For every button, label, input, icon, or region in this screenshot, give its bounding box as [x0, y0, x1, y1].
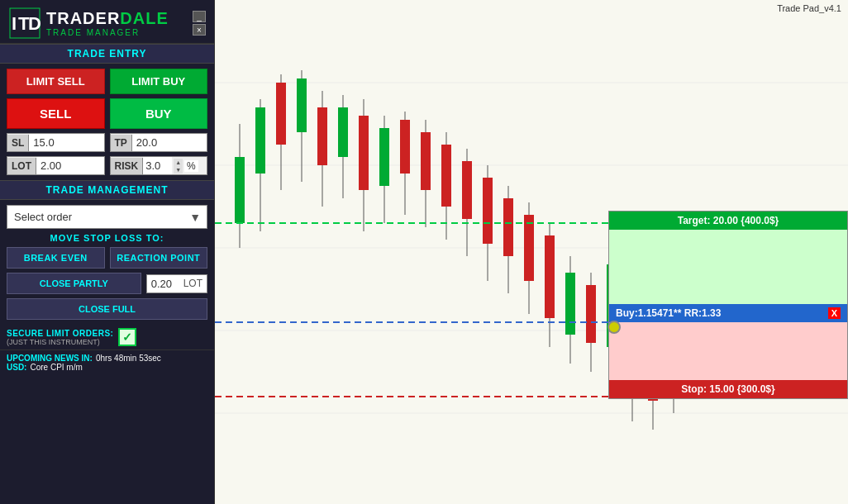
trade-box-entry: Buy:1.15471** RR:1.33 X: [609, 304, 847, 322]
secure-sublabel: (JUST THIS INSTRUMENT): [7, 338, 113, 346]
risk-up-button[interactable]: ▲: [174, 159, 183, 166]
news-time: 0hrs 48min 53sec: [96, 354, 161, 363]
news-description: Core CPI m/m: [30, 363, 82, 372]
logo-subtitle: TRADE MANAGER: [46, 28, 169, 37]
svg-rect-43: [565, 273, 575, 335]
select-order-dropdown[interactable]: Select order: [7, 205, 207, 229]
logo-name: TRADERDALE: [46, 9, 169, 28]
risk-down-button[interactable]: ▼: [174, 166, 183, 174]
svg-rect-37: [503, 198, 513, 256]
news-currency-row: USD: Core CPI m/m: [7, 363, 207, 372]
tp-input[interactable]: [132, 134, 207, 151]
lot-risk-row: LOT RISK ▲ ▼ %: [7, 156, 207, 175]
news-label: UPCOMING NEWS IN:: [7, 354, 93, 363]
news-section: UPCOMING NEWS IN: 0hrs 48min 53sec USD: …: [0, 349, 214, 375]
checkmark-icon: ✓: [122, 330, 132, 344]
sl-field: SL: [7, 133, 105, 152]
logo-area: I T D TRADERDALE TRADE MANAGER _ ×: [0, 0, 214, 44]
trade-box-loss-zone: [609, 322, 847, 380]
limit-buttons-row: LIMIT SELL LIMIT BUY: [7, 69, 207, 94]
svg-rect-31: [441, 145, 451, 207]
sell-button[interactable]: SELL: [7, 98, 105, 129]
close-partly-button[interactable]: CLOSE PARTLY: [7, 273, 141, 294]
trade-management-header: TRADE MANAGEMENT: [0, 180, 214, 200]
buy-button[interactable]: BUY: [110, 98, 208, 129]
lot-field: LOT: [7, 156, 105, 175]
trade-box-close-button[interactable]: X: [828, 307, 841, 319]
tp-field: TP: [110, 133, 208, 152]
svg-rect-39: [524, 215, 534, 281]
cursor-indicator: [607, 321, 621, 334]
news-currency: USD:: [7, 363, 26, 372]
trade-entry: LIMIT SELL LIMIT BUY SELL BUY SL TP L: [0, 64, 214, 180]
svg-text:D: D: [28, 13, 41, 34]
limit-sell-button[interactable]: LIMIT SELL: [7, 69, 105, 94]
trade-management: Select order ▼ MOVE STOP LOSS TO: BREAK …: [0, 200, 214, 325]
limit-buy-button[interactable]: LIMIT BUY: [110, 69, 208, 94]
svg-rect-29: [421, 132, 431, 190]
break-even-reaction-row: BREAK EVEN REACTION POINT: [7, 247, 207, 269]
close-button[interactable]: ×: [193, 24, 206, 36]
entry-label: Buy:1.15471** RR:1.33: [616, 307, 721, 319]
logo-content: I T D TRADERDALE TRADE MANAGER: [8, 7, 169, 40]
app-title: Trade Pad_v4.1: [777, 3, 841, 13]
svg-rect-25: [379, 128, 389, 186]
secure-checkbox[interactable]: ✓: [118, 328, 136, 346]
risk-unit: %: [184, 160, 198, 172]
sl-tp-row: SL TP: [7, 133, 207, 152]
secure-label: SECURE LIMIT ORDERS:: [7, 329, 113, 338]
left-panel: I T D TRADERDALE TRADE MANAGER _ × TRADE…: [0, 0, 215, 504]
secure-limit-orders-row: SECURE LIMIT ORDERS: (JUST THIS INSTRUME…: [0, 325, 214, 349]
sell-buy-row: SELL BUY: [7, 98, 207, 129]
trade-entry-header: TRADE ENTRY: [0, 44, 214, 64]
sl-label: SL: [7, 135, 29, 151]
select-order-wrapper: Select order ▼: [7, 205, 207, 229]
tp-label: TP: [111, 135, 132, 151]
svg-rect-27: [400, 120, 410, 174]
break-even-button[interactable]: BREAK EVEN: [7, 247, 105, 269]
risk-field: RISK ▲ ▼ %: [110, 156, 208, 175]
svg-rect-35: [483, 178, 493, 244]
logo-icon: I T D: [8, 7, 41, 40]
lot-label-text: LOT: [183, 278, 202, 289]
reaction-point-button[interactable]: REACTION POINT: [110, 247, 208, 269]
lot-label: LOT: [7, 158, 36, 174]
lot-input-group: 0.20 LOT: [146, 274, 207, 293]
trade-box: Target: 20.00 {400.0$} Buy:1.15471** RR:…: [608, 211, 848, 399]
svg-rect-33: [462, 161, 472, 219]
chart-area: Trade Pad_v4.1: [215, 0, 848, 504]
svg-rect-11: [235, 157, 245, 223]
svg-rect-19: [317, 107, 327, 165]
svg-rect-23: [359, 116, 369, 190]
secure-checkbox-container: ✓: [118, 328, 136, 346]
svg-rect-17: [297, 78, 307, 132]
svg-rect-41: [545, 235, 555, 318]
svg-rect-45: [586, 285, 596, 343]
move-stop-label: MOVE STOP LOSS TO:: [7, 233, 207, 243]
svg-rect-15: [276, 83, 286, 145]
close-partly-row: CLOSE PARTLY 0.20 LOT: [7, 273, 207, 294]
trade-box-stop: Stop: 15.00 {300.0$}: [609, 380, 847, 398]
svg-rect-13: [255, 107, 265, 174]
risk-label: RISK: [111, 158, 144, 174]
trade-box-profit-zone: [609, 230, 847, 304]
risk-input[interactable]: [143, 157, 172, 174]
trade-box-target: Target: 20.00 {400.0$}: [609, 212, 847, 230]
logo-text: TRADERDALE TRADE MANAGER: [46, 9, 169, 37]
close-lot-value: 0.20: [151, 278, 180, 290]
close-full-button[interactable]: CLOSE FULL: [7, 298, 207, 320]
secure-limit-text: SECURE LIMIT ORDERS: (JUST THIS INSTRUME…: [7, 329, 113, 346]
minimize-button[interactable]: _: [193, 11, 206, 22]
risk-spinner[interactable]: ▲ ▼: [172, 159, 184, 174]
sl-input[interactable]: [29, 134, 103, 151]
news-row: UPCOMING NEWS IN: 0hrs 48min 53sec: [7, 354, 207, 363]
svg-text:I: I: [12, 13, 17, 34]
window-controls: _ ×: [193, 11, 206, 36]
svg-rect-21: [338, 107, 348, 157]
lot-input[interactable]: [36, 157, 104, 174]
